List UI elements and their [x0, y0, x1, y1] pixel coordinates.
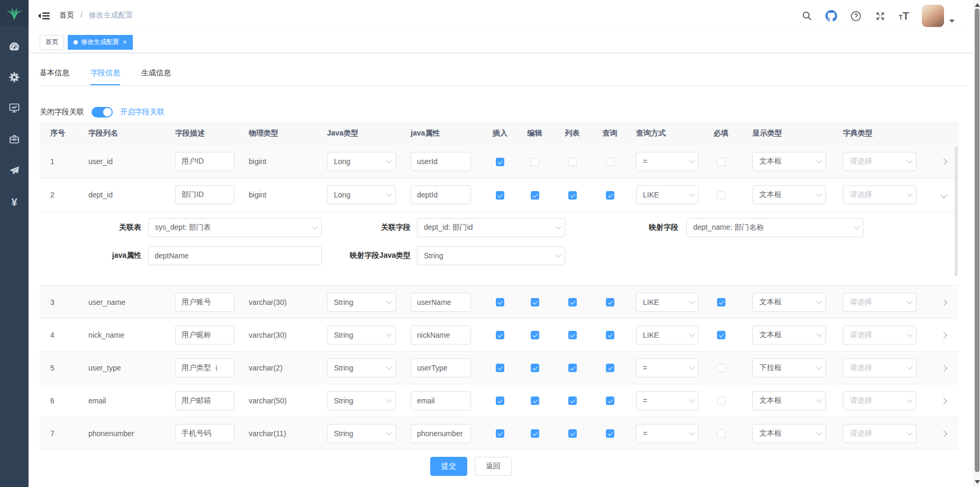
edit-checkbox[interactable]: [531, 298, 539, 306]
description-input[interactable]: 部门ID: [175, 185, 234, 204]
field-relation-switch[interactable]: [92, 107, 113, 118]
required-checkbox[interactable]: [717, 396, 725, 405]
list-checkbox[interactable]: [568, 331, 577, 339]
query-method-select[interactable]: =: [636, 424, 698, 443]
java-type-select[interactable]: Long: [327, 185, 396, 204]
query-checkbox[interactable]: [606, 298, 614, 306]
sidebar-item-pay[interactable]: ¥: [0, 192, 29, 213]
query-method-select[interactable]: =: [636, 391, 698, 410]
java-type-select[interactable]: Long: [327, 152, 396, 171]
list-checkbox[interactable]: [568, 298, 577, 306]
java-type-select[interactable]: String: [327, 391, 396, 410]
required-checkbox[interactable]: [717, 191, 725, 200]
insert-checkbox[interactable]: [496, 191, 504, 200]
insert-checkbox[interactable]: [496, 158, 504, 166]
required-checkbox[interactable]: [717, 158, 725, 166]
query-checkbox[interactable]: [606, 396, 614, 405]
tab-0[interactable]: 基本信息: [40, 65, 69, 85]
table-scrollbar-thumb[interactable]: [955, 146, 958, 276]
dict-type-select[interactable]: 请选择: [843, 326, 917, 345]
query-method-select[interactable]: LIKE: [636, 326, 698, 345]
page-scrollbar-thumb[interactable]: [975, 8, 979, 472]
query-checkbox[interactable]: [606, 364, 614, 372]
back-button[interactable]: 返回: [475, 457, 512, 476]
required-checkbox[interactable]: [717, 364, 725, 372]
tag-close-icon[interactable]: ×: [123, 39, 127, 46]
list-checkbox[interactable]: [568, 158, 577, 166]
java-property-input[interactable]: deptId: [411, 185, 471, 204]
query-method-select[interactable]: LIKE: [636, 185, 698, 204]
query-checkbox[interactable]: [606, 429, 614, 438]
tag-home[interactable]: 首页: [40, 35, 64, 50]
dict-type-select[interactable]: 请选择: [843, 185, 917, 204]
java-property-input[interactable]: userName: [411, 293, 471, 312]
row-expand-icon[interactable]: [940, 398, 947, 404]
app-logo[interactable]: [0, 0, 29, 26]
display-type-select[interactable]: 文本框: [752, 185, 826, 204]
dict-type-select[interactable]: 请选择: [843, 424, 917, 443]
dict-type-select[interactable]: 请选择: [843, 152, 917, 171]
dict-type-select[interactable]: 请选择: [843, 391, 917, 410]
list-checkbox[interactable]: [568, 364, 577, 372]
description-input[interactable]: 用户昵称: [175, 326, 234, 345]
query-checkbox[interactable]: [606, 331, 614, 339]
fullscreen-icon[interactable]: [874, 10, 886, 22]
description-input[interactable]: 手机号码: [175, 424, 234, 443]
list-checkbox[interactable]: [568, 396, 577, 405]
edit-checkbox[interactable]: [531, 396, 539, 405]
java-type-select[interactable]: String: [327, 424, 396, 443]
display-type-select[interactable]: 文本框: [752, 391, 826, 410]
required-checkbox[interactable]: [717, 331, 725, 339]
display-type-select[interactable]: 下拉框: [752, 358, 826, 377]
description-input[interactable]: 用户邮箱: [175, 391, 234, 410]
display-type-select[interactable]: 文本框: [752, 424, 826, 443]
edit-checkbox[interactable]: [531, 158, 539, 166]
sidebar-item-monitor[interactable]: [0, 97, 29, 119]
github-icon[interactable]: [825, 10, 837, 22]
scroll-down-arrow[interactable]: [975, 480, 980, 485]
tab-1[interactable]: 字段信息: [90, 65, 120, 85]
mapping-java-type-select[interactable]: String: [417, 246, 565, 265]
toggle-on-label[interactable]: 开启字段关联: [120, 107, 165, 117]
java-property-input[interactable]: phonenumber: [411, 424, 471, 443]
query-method-select[interactable]: LIKE: [636, 293, 698, 312]
sidebar-fold-icon[interactable]: [37, 10, 51, 22]
avatar[interactable]: [922, 5, 944, 27]
breadcrumb-home[interactable]: 首页: [59, 11, 74, 19]
java-property-input[interactable]: email: [411, 391, 471, 410]
row-expand-icon[interactable]: [940, 192, 947, 199]
query-checkbox[interactable]: [606, 191, 614, 200]
display-type-select[interactable]: 文本框: [752, 293, 826, 312]
mapping-field-select[interactable]: dept_name: 部门名称: [686, 218, 864, 237]
query-checkbox[interactable]: [606, 158, 614, 166]
tag-current[interactable]: 修改生成配置 ×: [68, 35, 133, 50]
insert-checkbox[interactable]: [496, 364, 504, 372]
submit-button[interactable]: 提交: [430, 457, 467, 476]
insert-checkbox[interactable]: [496, 298, 504, 306]
description-input[interactable]: 用户ID: [175, 152, 234, 171]
java-type-select[interactable]: String: [327, 293, 396, 312]
sidebar-item-system[interactable]: [0, 67, 29, 88]
dict-type-select[interactable]: 请选择: [843, 358, 917, 377]
font-size-icon[interactable]: TT: [899, 10, 909, 22]
sidebar-item-tool[interactable]: [0, 129, 29, 150]
insert-checkbox[interactable]: [496, 396, 504, 405]
scroll-up-arrow[interactable]: [975, 2, 980, 7]
required-checkbox[interactable]: [717, 298, 725, 306]
search-icon[interactable]: [801, 10, 813, 22]
java-property-input[interactable]: userId: [411, 152, 471, 171]
description-input[interactable]: 用户账号: [175, 293, 234, 312]
list-checkbox[interactable]: [568, 429, 577, 438]
sidebar-item-guide[interactable]: [0, 160, 29, 181]
relation-field-select[interactable]: dept_id: 部门id: [417, 218, 565, 237]
edit-checkbox[interactable]: [531, 191, 539, 200]
help-icon[interactable]: [850, 10, 861, 22]
query-method-select[interactable]: =: [636, 358, 698, 377]
dict-type-select[interactable]: 请选择: [843, 293, 917, 312]
relation-table-select[interactable]: sys_dept: 部门表: [148, 218, 322, 237]
java-property-input[interactable]: deptName: [148, 246, 322, 265]
list-checkbox[interactable]: [568, 191, 577, 200]
edit-checkbox[interactable]: [531, 364, 539, 372]
display-type-select[interactable]: 文本框: [752, 152, 826, 171]
display-type-select[interactable]: 文本框: [752, 326, 826, 345]
